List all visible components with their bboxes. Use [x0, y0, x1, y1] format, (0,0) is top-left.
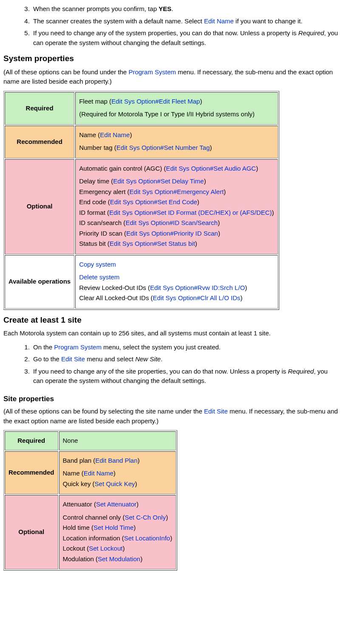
site-properties-intro: (All of these options can be found by se… [3, 407, 340, 426]
band-plan-link[interactable]: Edit Band Plan [95, 457, 137, 464]
text: ) [166, 514, 168, 521]
number-tag-link[interactable]: Edit Sys Option#Set Number Tag [116, 144, 210, 151]
delete-system-link[interactable]: Delete system [79, 273, 119, 281]
text: ) [256, 165, 258, 172]
location-info-link[interactable]: Set LocationInfo [124, 534, 170, 542]
text: Control channel only ( [63, 514, 125, 521]
delay-time-link[interactable]: Edit Sys Option#Set Delay Time [113, 177, 204, 185]
table-row: Optional Attenuator (Set Attenuator) Con… [5, 495, 176, 569]
text: ID format ( [79, 209, 109, 216]
program-system-link[interactable]: Program System [128, 68, 176, 76]
id-scan-link[interactable]: Edit Sys Option#ID Scan/Search [125, 219, 218, 226]
text: ) [200, 98, 202, 105]
text: Name ( [63, 470, 84, 477]
text: (Required for Motorola Type I or Type I/… [79, 110, 274, 119]
italic-text: Required [298, 29, 324, 37]
edit-name-link[interactable]: Edit Name [100, 131, 130, 138]
text: . [171, 5, 173, 12]
text: Attenuator ( [63, 501, 96, 508]
end-code-link[interactable]: Edit Sys Option#Set End Code [110, 198, 197, 205]
text: ) [218, 219, 220, 226]
text: Status bit ( [79, 240, 110, 247]
required-content: None [59, 431, 176, 450]
text: ) [272, 209, 274, 216]
site-properties-heading: Site properties [3, 394, 340, 405]
text: When the scanner prompts you confirm, ta… [33, 5, 159, 12]
text: Lockout ( [63, 545, 89, 552]
text: Quick key ( [63, 480, 95, 487]
list-item: The scanner creates the system with a de… [31, 17, 340, 26]
text: Clear All Locked-Out IDs ( [79, 294, 153, 301]
table-row: Recommended Band plan (Edit Band Plan) N… [5, 451, 176, 495]
modulation-link[interactable]: Set Modulation [98, 555, 140, 562]
table-row: Recommended Name (Edit Name) Number tag … [5, 126, 278, 158]
edit-name-link[interactable]: Edit Name [204, 17, 234, 25]
hold-time-link[interactable]: Set Hold Time [94, 524, 133, 531]
review-locked-link[interactable]: Edit Sys Option#Rvw ID:Srch L/O [150, 284, 245, 291]
create-site-intro: Each Motorola system can contain up to 2… [3, 329, 340, 338]
fleet-map-link[interactable]: Edit Sys Option#Edit Fleet Map [111, 98, 200, 105]
text: ) [170, 534, 172, 542]
list-item: When the scanner prompts you confirm, ta… [31, 4, 340, 14]
text: ID scan/search ( [79, 219, 125, 226]
text: menu and select [85, 355, 135, 363]
text: ) [138, 457, 140, 464]
text: ) [210, 144, 212, 151]
text: ) [133, 524, 136, 531]
text: menu, select the system you just created… [102, 343, 221, 351]
list-item: If you need to change any of the system … [31, 28, 340, 48]
quick-key-link[interactable]: Set Quick Key [95, 480, 135, 487]
attenuator-link[interactable]: Set Attenuator [96, 501, 136, 508]
table-row: Available operations Copy system Delete … [5, 255, 278, 309]
table-row: Required None [5, 431, 176, 450]
optional-label: Optional [5, 495, 58, 569]
text: Automatic gain control (AGC) ( [79, 165, 166, 172]
create-site-heading: Create at least 1 site [3, 314, 340, 326]
text: The scanner creates the system with a de… [33, 17, 204, 25]
text: ) [130, 131, 132, 138]
text: ) [218, 230, 220, 237]
system-properties-table: Required Fleet map (Edit Sys Option#Edit… [3, 91, 279, 310]
copy-system-link[interactable]: Copy system [79, 261, 116, 268]
text: ) [197, 198, 199, 205]
program-system-link[interactable]: Program System [54, 343, 102, 351]
emergency-alert-link[interactable]: Edit Sys Option#Emergency Alert [130, 188, 224, 195]
text: ) [140, 555, 142, 562]
edit-site-link[interactable]: Edit Site [204, 408, 228, 415]
id-format-link[interactable]: Edit Sys Option#Set ID Format (DEC/HEX) … [109, 209, 272, 216]
required-content: Fleet map (Edit Sys Option#Edit Fleet Ma… [75, 92, 278, 125]
status-bit-link[interactable]: Edit Sys Option#Set Status bit [110, 240, 195, 247]
clear-locked-link[interactable]: Edit Sys Option#Clr All L/O IDs [153, 294, 241, 301]
text: ) [113, 470, 116, 477]
text: End code ( [79, 198, 110, 205]
lockout-link[interactable]: Set Lockout [89, 545, 122, 552]
text: (All of these options can be found by se… [3, 408, 204, 415]
available-ops-content: Copy system Delete system Review Locked-… [75, 255, 278, 309]
site-properties-table: Required None Recommended Band plan (Edi… [3, 430, 177, 571]
text: Review Locked-Out IDs ( [79, 284, 150, 291]
text: ) [135, 480, 137, 487]
system-properties-intro: (All of these options can be found under… [3, 67, 340, 87]
list-item: On the Program System menu, select the s… [31, 343, 340, 352]
required-label: Required [5, 431, 58, 450]
text: (All of these options can be found under… [3, 68, 128, 76]
text: Name ( [79, 131, 100, 138]
audio-agc-link[interactable]: Edit Sys Option#Set Audio AGC [166, 165, 256, 172]
text: ) [122, 545, 125, 552]
text: ) [245, 284, 247, 291]
text: ) [224, 188, 226, 195]
list-item: Go to the Edit Site menu and select New … [31, 354, 340, 364]
text: Delay time ( [79, 177, 113, 185]
text: if you want to change it. [234, 17, 303, 25]
table-row: Optional Automatic gain control (AGC) (E… [5, 159, 278, 254]
available-ops-label: Available operations [5, 255, 74, 309]
edit-name-link[interactable]: Edit Name [84, 470, 113, 477]
priority-id-link[interactable]: Edit Sys Option#Priority ID Scan [126, 230, 218, 237]
recommended-content: Name (Edit Name) Number tag (Edit Sys Op… [75, 126, 278, 158]
recommended-content: Band plan (Edit Band Plan) Name (Edit Na… [59, 451, 176, 495]
c-ch-only-link[interactable]: Set C-Ch Only [125, 514, 166, 521]
recommended-label: Recommended [5, 451, 58, 495]
text: Location information ( [63, 534, 124, 542]
optional-content: Automatic gain control (AGC) (Edit Sys O… [75, 159, 278, 254]
edit-site-link[interactable]: Edit Site [61, 355, 85, 363]
